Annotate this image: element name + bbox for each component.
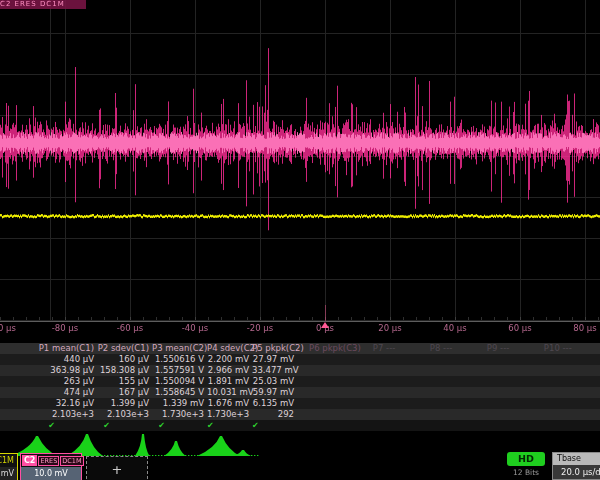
measurement-value-cell: 160 µV [97, 354, 152, 365]
descriptor-bar: C1M 0 mV C2 ERES DC1M 10.0 mV + HD 12 Bi… [0, 450, 600, 480]
measurement-value-cell: 158.308 µV [97, 365, 152, 376]
measurement-value-cell: 263 µV [0, 376, 97, 387]
measurement-column-header-inactive[interactable]: P6 pkpk(C3) [297, 343, 361, 354]
trace-annotation-fragment: C2 ERES DC1M [0, 0, 86, 9]
resolution-label: 12 Bits [507, 468, 545, 477]
c2-coupling-badge: DC1M [60, 456, 83, 466]
measurement-value-cell: 363.98 µV [0, 365, 97, 376]
time-axis-label: -100 µs [0, 323, 16, 333]
measurement-value-cell: 155 µV [97, 376, 152, 387]
measurement-column-header[interactable]: P3 mean(C2) [152, 343, 207, 354]
channel-c2-descriptor[interactable]: C2 ERES DC1M 10.0 mV [20, 453, 82, 480]
measurement-table: P1 mean(C1)P2 sdev(C1)P3 mean(C2)P4 sdev… [0, 343, 600, 431]
time-axis-label: 40 µs [443, 323, 466, 333]
time-axis-label: 20 µs [378, 323, 401, 333]
time-axis-labels: -100 µs-80 µs-60 µs-40 µs-20 µs0 µs20 µs… [0, 323, 600, 337]
measurement-column-header[interactable]: P1 mean(C1) [0, 343, 97, 354]
timebase-value: 20.0 µs/div [553, 465, 600, 479]
oscilloscope-screen: C2 ERES DC1M -100 µs-80 µs-60 µs-40 µs-2… [0, 0, 600, 480]
measurement-column-header[interactable]: P5 pkpk(C2) [252, 343, 297, 354]
c1-coupling-label: C1M [0, 454, 17, 467]
measurement-column-header-inactive[interactable]: P8 --- [418, 343, 475, 354]
time-axis-label: -80 µs [52, 323, 78, 333]
time-axis-label: 60 µs [508, 323, 531, 333]
time-axis-label: -20 µs [247, 323, 273, 333]
c2-scale-label: 10.0 mV [21, 467, 81, 480]
measurement-value-cell: 32.16 µV [0, 398, 97, 409]
measurement-value-cell: 1.730e+3 [207, 409, 252, 420]
measurement-value-cell: 2.103e+3 [97, 409, 152, 420]
measurement-value-cell: 59.97 mV [252, 387, 297, 398]
measurement-value-cell: 2.966 mV [207, 365, 252, 376]
measurement-value-cell: 1.399 µV [97, 398, 152, 409]
measurement-column-header-inactive[interactable]: P10 --- [532, 343, 589, 354]
measurement-value-cell: 1.730e+3 [152, 409, 207, 420]
measurement-value-cell: 27.97 mV [252, 354, 297, 365]
measurement-value-cell: 33.477 mV [252, 365, 297, 376]
measurement-value-cell: 1.891 mV [207, 376, 252, 387]
time-axis-label: -40 µs [182, 323, 208, 333]
measurement-value-cell: 2.103e+3 [0, 409, 97, 420]
measurement-value-cell: 167 µV [97, 387, 152, 398]
measurement-column-header-inactive[interactable]: P7 --- [361, 343, 418, 354]
measurement-value-cell: 1.339 mV [152, 398, 207, 409]
status-checkmark-icon: ✔ [207, 420, 252, 431]
measurement-value-cell: 1.550616 V [152, 354, 207, 365]
timebase-descriptor[interactable]: Tbase 20.0 µs/div [552, 452, 600, 480]
timebase-title: Tbase [553, 453, 600, 465]
measurement-value-cell: 292 [252, 409, 297, 420]
measurement-value-cell: 1.558645 V [152, 387, 207, 398]
status-checkmark-icon: ✔ [97, 420, 152, 431]
measurement-column-header[interactable]: P4 sdev(C2) [207, 343, 252, 354]
time-axis-label: 80 µs [573, 323, 596, 333]
c2-eres-badge: ERES [38, 456, 59, 466]
measurement-value-cell: 1.557591 V [152, 365, 207, 376]
measurement-value-cell: 440 µV [0, 354, 97, 365]
status-checkmark-icon: ✔ [152, 420, 207, 431]
add-trace-button[interactable]: + [86, 456, 148, 480]
measurement-column-header-inactive[interactable]: P9 --- [475, 343, 532, 354]
status-checkmark-icon: ✔ [252, 420, 297, 431]
trigger-position-line [325, 305, 326, 321]
channel-c1-descriptor[interactable]: C1M 0 mV [0, 453, 18, 480]
measurement-column-header[interactable]: P2 sdev(C1) [97, 343, 152, 354]
trigger-position-marker-icon[interactable] [321, 322, 329, 328]
measurement-value-cell: 2.200 mV [207, 354, 252, 365]
measurement-value-cell: 1.676 mV [207, 398, 252, 409]
status-checkmark-icon: ✔ [0, 420, 97, 431]
c1-scale-label: 0 mV [0, 467, 17, 480]
measurement-column-header-inactive[interactable]: P11 --- [589, 343, 600, 354]
c2-channel-badge: C2 [22, 455, 37, 466]
time-axis-label: -60 µs [117, 323, 143, 333]
hd-mode-badge[interactable]: HD [507, 452, 545, 466]
measurement-value-cell: 1.550094 V [152, 376, 207, 387]
measurement-value-cell: 10.031 mV [207, 387, 252, 398]
measurement-value-cell: 25.03 mV [252, 376, 297, 387]
measurement-value-cell: 474 µV [0, 387, 97, 398]
measurement-value-cell: 6.135 mV [252, 398, 297, 409]
